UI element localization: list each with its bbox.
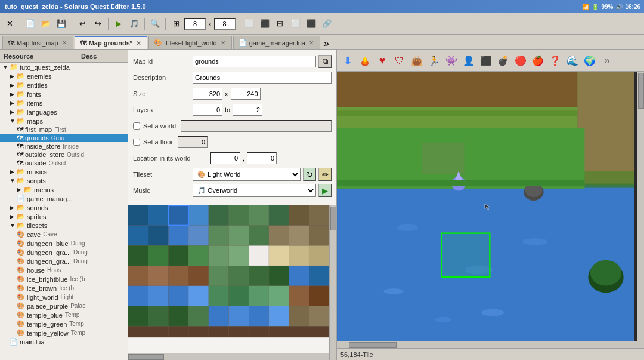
layers-from-input[interactable] bbox=[193, 104, 222, 116]
tree-item-items[interactable]: ▶ 📂 items bbox=[0, 99, 128, 107]
tab-close-game-manager[interactable]: ✕ bbox=[308, 39, 315, 46]
expand-icon[interactable]: ▶ bbox=[10, 91, 17, 97]
tree-item-languages[interactable]: ▶ 📂 languages bbox=[0, 107, 128, 116]
music-select[interactable]: 🎵 Overworld bbox=[193, 184, 316, 197]
search-btn[interactable]: 🔍 bbox=[148, 17, 162, 31]
entity-shield-btn[interactable]: 🛡 bbox=[391, 53, 408, 69]
redo-btn[interactable]: ↪ bbox=[91, 17, 105, 31]
description-input[interactable] bbox=[193, 72, 332, 84]
tree-item-enemies[interactable]: ▶ 📂 enemies bbox=[0, 72, 128, 81]
layers-to-input[interactable] bbox=[233, 104, 262, 116]
new-btn[interactable]: 📄 bbox=[23, 17, 38, 31]
expand-icon[interactable]: ▶ bbox=[17, 186, 24, 193]
select-btn[interactable]: ⬜ bbox=[289, 17, 303, 31]
map-id-copy-btn[interactable]: ⧉ bbox=[318, 55, 332, 68]
tileset-canvas[interactable] bbox=[128, 205, 329, 353]
entity-bomb-btn[interactable]: 💣 bbox=[495, 53, 512, 69]
grid-btn[interactable]: ⊞ bbox=[169, 17, 183, 31]
entity-world-btn[interactable]: 🌍 bbox=[581, 53, 598, 69]
tree-item-tilesets[interactable]: ▼ 📂 tilesets bbox=[0, 221, 128, 230]
music-btn[interactable]: 🎵 bbox=[127, 17, 141, 31]
tree-item-first-map[interactable]: 🗺 first_map First bbox=[0, 125, 128, 134]
run-btn[interactable]: ▶ bbox=[112, 17, 126, 31]
more-tabs-btn[interactable]: » bbox=[324, 38, 329, 49]
set-floor-checkbox[interactable] bbox=[133, 139, 140, 146]
tree-item-fonts[interactable]: ▶ 📂 fonts bbox=[0, 90, 128, 99]
tree-item-sounds[interactable]: ▶ 📂 sounds bbox=[0, 203, 128, 212]
entity-block-btn[interactable]: ⬛ bbox=[478, 53, 494, 69]
tree-item-cave[interactable]: 🎨 cave Cave bbox=[0, 230, 128, 239]
tree-item-dungeon-gra1[interactable]: 🎨 dungeon_gra... Dung bbox=[0, 248, 128, 257]
expand-icon[interactable]: ▼ bbox=[10, 222, 17, 229]
tree-item-temple-blue[interactable]: 🎨 temple_blue Temp bbox=[0, 310, 128, 319]
link-btn[interactable]: 🔗 bbox=[320, 17, 334, 31]
music-play-btn[interactable]: ▶ bbox=[318, 184, 332, 197]
tree-item-scripts[interactable]: ▼ 📂 scripts bbox=[0, 176, 128, 185]
expand-icon[interactable]: ▶ bbox=[10, 100, 17, 106]
map-id-input[interactable] bbox=[193, 56, 316, 67]
tree-item-root[interactable]: ▼ 📁 tuto_quest_zelda bbox=[0, 63, 128, 72]
expand-icon[interactable]: ▼ bbox=[2, 64, 10, 70]
tab-game-manager[interactable]: 📄 game_manager.lua ✕ bbox=[233, 36, 320, 49]
location-x-input[interactable] bbox=[210, 152, 240, 164]
map-hscroll[interactable] bbox=[337, 341, 637, 348]
tree-item-dungeon-blue[interactable]: 🎨 dungeon_blue Dung bbox=[0, 239, 128, 248]
tree-item-inside-store[interactable]: 🗺 inside_store Inside bbox=[0, 142, 128, 150]
expand-icon[interactable]: ▶ bbox=[10, 213, 17, 220]
tree-item-palace-purple[interactable]: 🎨 palace_purple Palac bbox=[0, 301, 128, 310]
location-y-input[interactable] bbox=[247, 152, 277, 164]
view-btn[interactable]: ⊟ bbox=[273, 17, 287, 31]
tree-item-temple-yellow[interactable]: 🎨 temple_yellow Temp bbox=[0, 328, 128, 337]
tileset-vscroll[interactable] bbox=[329, 205, 336, 353]
size-height-input[interactable] bbox=[231, 88, 261, 100]
entity-chest-btn[interactable]: ❓ bbox=[547, 53, 564, 69]
tree-item-outside[interactable]: 🗺 outside Outsid bbox=[0, 159, 128, 167]
entity-npc-btn[interactable]: 👤 bbox=[460, 53, 477, 69]
expand-icon[interactable]: ▶ bbox=[10, 82, 17, 88]
entity-switch-btn[interactable]: 🔴 bbox=[512, 53, 529, 69]
map-vscroll[interactable] bbox=[637, 72, 644, 341]
entity-fire-btn[interactable] bbox=[357, 53, 373, 69]
tree-item-entities[interactable]: ▶ 📂 entities bbox=[0, 81, 128, 90]
entity-download-btn[interactable]: ⬇ bbox=[339, 53, 356, 69]
tileset-edit-btn[interactable]: ✏ bbox=[318, 168, 332, 181]
entity-water-btn[interactable]: 🌊 bbox=[564, 53, 581, 69]
expand-icon[interactable]: ▶ bbox=[10, 204, 17, 211]
tileset-hscroll[interactable] bbox=[128, 353, 329, 360]
tree-item-main-lua[interactable]: 📄 main.lua bbox=[0, 337, 128, 346]
open-btn[interactable]: 📂 bbox=[39, 17, 53, 31]
map-canvas[interactable] bbox=[337, 72, 637, 341]
tree-item-outside-store[interactable]: 🗺 outside_store Outsid bbox=[0, 150, 128, 159]
tree-item-ice-brown[interactable]: 🎨 ice_brown Ice (b bbox=[0, 284, 128, 293]
tab-grounds[interactable]: 🗺 Map grounds* ✕ bbox=[75, 36, 147, 49]
tab-first-map[interactable]: 🗺 Map first_map ✕ bbox=[2, 36, 73, 49]
tree-item-house[interactable]: 🎨 house Hous bbox=[0, 266, 128, 275]
tree-item-sprites[interactable]: ▶ 📂 sprites bbox=[0, 212, 128, 221]
tree-item-temple-green[interactable]: 🎨 temple_green Temp bbox=[0, 319, 128, 328]
expand-icon[interactable]: ▶ bbox=[10, 73, 17, 79]
save-btn[interactable]: 💾 bbox=[54, 17, 69, 31]
tree-item-grounds[interactable]: 🗺 grounds Grou bbox=[0, 134, 128, 142]
tree-item-musics[interactable]: ▶ 📂 musics bbox=[0, 167, 128, 176]
pos-input[interactable]: 8 bbox=[214, 18, 236, 30]
entity-enemy-btn[interactable]: 👾 bbox=[443, 53, 460, 69]
expand-icon[interactable]: ▼ bbox=[10, 118, 17, 124]
more-entities-btn[interactable]: » bbox=[599, 53, 615, 69]
entity-bag-btn[interactable]: 👜 bbox=[408, 53, 425, 69]
tab-close-grounds[interactable]: ✕ bbox=[135, 40, 142, 47]
tree-item-ice-brightblue[interactable]: 🎨 ice_brightblue Ice (b bbox=[0, 275, 128, 284]
entity-run-btn[interactable]: 🏃 bbox=[426, 53, 442, 69]
close-btn[interactable]: ✕ bbox=[2, 17, 17, 31]
tree-item-game-manager[interactable]: 📄 game_manag... bbox=[0, 194, 128, 203]
set-world-input[interactable] bbox=[181, 120, 332, 132]
tile-btn[interactable]: ⬛ bbox=[258, 17, 272, 31]
entity-heart-btn[interactable]: ♥ bbox=[374, 53, 391, 69]
expand-icon[interactable]: ▶ bbox=[10, 168, 17, 175]
undo-btn[interactable]: ↩ bbox=[75, 17, 89, 31]
tileset-select[interactable]: 🎨 Light World bbox=[193, 168, 301, 181]
tree-item-maps[interactable]: ▼ 📂 maps bbox=[0, 116, 128, 125]
expand-icon[interactable]: ▼ bbox=[10, 177, 17, 184]
tab-close-tileset[interactable]: ✕ bbox=[219, 39, 227, 46]
tree-item-dungeon-gra2[interactable]: 🎨 dungeon_gra... Dung bbox=[0, 257, 128, 266]
tab-tileset[interactable]: 🎨 Tileset light_world ✕ bbox=[148, 36, 232, 49]
